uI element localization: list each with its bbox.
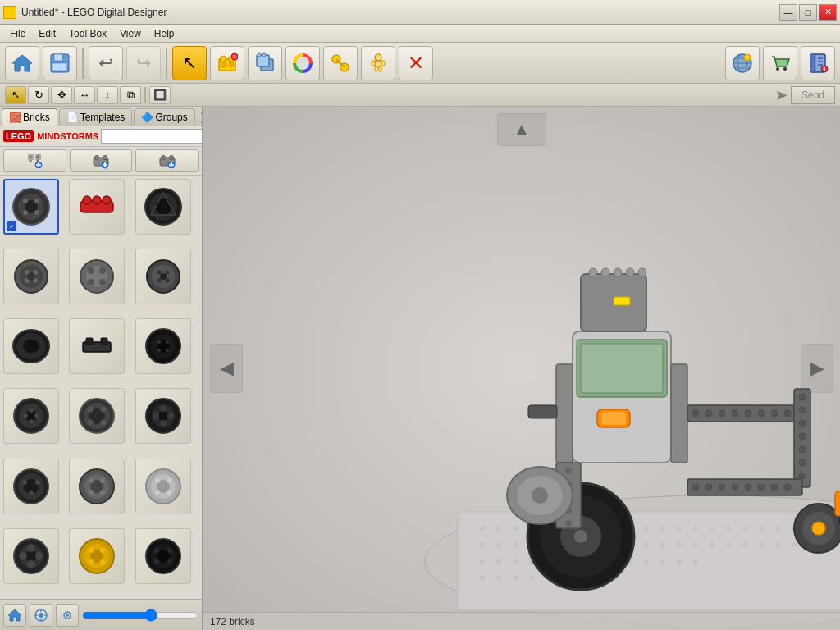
list-item[interactable] xyxy=(3,388,59,444)
svg-point-167 xyxy=(167,548,172,553)
svg-rect-259 xyxy=(671,364,687,463)
svg-point-237 xyxy=(644,559,649,564)
main-toolbar: ↩ ↪ ↖ + xyxy=(0,43,840,84)
svg-point-107 xyxy=(166,349,169,352)
svg-point-125 xyxy=(153,413,159,419)
sub-fliph-button[interactable]: ↔ xyxy=(74,86,95,104)
svg-rect-3 xyxy=(52,63,67,71)
list-item[interactable] xyxy=(3,318,59,374)
svg-point-140 xyxy=(89,490,94,495)
globe-button[interactable] xyxy=(725,46,760,80)
list-item[interactable] xyxy=(3,528,59,584)
tab-bricks[interactable]: 🧱 Bricks xyxy=(2,108,57,126)
category-btn-1[interactable] xyxy=(3,149,66,172)
color-button[interactable] xyxy=(285,46,320,80)
svg-point-127 xyxy=(160,405,167,412)
shopping-button[interactable] xyxy=(763,46,797,80)
svg-point-81 xyxy=(27,272,35,281)
collapse-panel-button[interactable]: ⟩⟩ xyxy=(197,109,203,126)
select-button[interactable]: ↖ xyxy=(172,46,207,80)
svg-point-272 xyxy=(705,484,712,491)
list-item[interactable] xyxy=(135,318,191,374)
list-item[interactable] xyxy=(69,528,125,584)
svg-point-195 xyxy=(726,526,731,531)
svg-point-270 xyxy=(784,410,791,417)
category-btn-3[interactable] xyxy=(135,149,199,172)
close-button[interactable]: ✕ xyxy=(819,4,837,21)
svg-point-206 xyxy=(480,542,485,547)
save-button[interactable] xyxy=(43,46,77,80)
groups-tab-icon: 🔷 xyxy=(141,112,153,123)
svg-point-133 xyxy=(35,480,40,485)
sub-clone-button[interactable]: ⧉ xyxy=(120,86,141,104)
left-panel: 🧱 Bricks 📄 Templates 🔷 Groups ⟩⟩ LEGO MI… xyxy=(0,107,203,630)
list-item[interactable]: ✓ xyxy=(3,179,59,235)
panel-view-button[interactable] xyxy=(30,604,52,627)
svg-point-219 xyxy=(693,542,698,547)
svg-point-197 xyxy=(759,526,764,531)
svg-point-207 xyxy=(496,542,501,547)
sub-flipv-button[interactable]: ↕ xyxy=(97,86,118,104)
toolbar-separator-1 xyxy=(82,48,84,79)
zoom-slider[interactable] xyxy=(82,609,199,621)
list-item[interactable] xyxy=(69,249,125,304)
svg-point-162 xyxy=(100,559,105,564)
hinge-button[interactable] xyxy=(323,46,358,80)
panel-settings-button[interactable] xyxy=(56,604,79,627)
list-item[interactable] xyxy=(3,249,59,304)
undo-button[interactable]: ↩ xyxy=(89,46,123,80)
list-item[interactable] xyxy=(69,318,125,374)
menu-file[interactable]: File xyxy=(3,26,32,41)
svg-point-32 xyxy=(783,67,787,71)
templates-tab-icon: 📄 xyxy=(66,112,78,123)
menu-view[interactable]: View xyxy=(113,26,148,41)
svg-point-177 xyxy=(66,614,69,617)
list-item[interactable] xyxy=(69,459,125,514)
maximize-button[interactable]: □ xyxy=(799,4,817,21)
send-button[interactable]: Send xyxy=(791,86,835,104)
svg-point-148 xyxy=(167,490,171,495)
send-icon: ➤ xyxy=(775,86,788,104)
svg-point-278 xyxy=(784,484,791,491)
redo-button[interactable]: ↪ xyxy=(126,46,161,80)
minifig-button[interactable] xyxy=(361,46,395,80)
brick-search-input[interactable] xyxy=(101,129,203,144)
svg-point-243 xyxy=(513,575,518,580)
list-item[interactable] xyxy=(69,179,125,235)
panel-home-button[interactable] xyxy=(3,604,26,627)
menu-toolbox[interactable]: Tool Box xyxy=(62,26,113,41)
status-bar: 172 bricks xyxy=(203,612,840,630)
sub-select-button[interactable]: ↖ xyxy=(5,86,26,104)
svg-point-268 xyxy=(758,410,765,417)
sub-rotate-button[interactable]: ↻ xyxy=(28,86,49,104)
svg-point-267 xyxy=(745,410,751,417)
svg-point-112 xyxy=(34,413,39,418)
svg-point-182 xyxy=(513,526,518,531)
minimize-button[interactable]: — xyxy=(779,4,797,21)
list-item[interactable] xyxy=(135,388,191,444)
list-item[interactable] xyxy=(3,459,59,514)
svg-point-264 xyxy=(705,410,712,417)
list-item[interactable] xyxy=(135,528,191,584)
delete-button[interactable]: ✕ xyxy=(399,46,433,80)
svg-rect-258 xyxy=(556,364,573,463)
tab-groups[interactable]: 🔷 Groups xyxy=(134,108,194,126)
sub-move-button[interactable]: ✥ xyxy=(51,86,72,104)
menu-edit[interactable]: Edit xyxy=(32,26,62,41)
sub-snap-button[interactable]: 🔲 xyxy=(149,86,171,104)
svg-point-65 xyxy=(34,199,39,203)
home-button[interactable] xyxy=(5,46,39,80)
svg-point-50 xyxy=(95,156,99,160)
tab-templates[interactable]: 📄 Templates xyxy=(59,108,133,126)
category-btn-2[interactable] xyxy=(70,149,133,172)
svg-point-111 xyxy=(23,413,28,418)
menu-help[interactable]: Help xyxy=(148,26,181,41)
list-item[interactable] xyxy=(135,249,191,304)
clone-button[interactable] xyxy=(248,46,282,80)
manual-button[interactable]: 1 xyxy=(801,46,835,80)
window-title: Untitled* - LEGO Digital Designer xyxy=(21,7,167,18)
list-item[interactable] xyxy=(69,388,125,444)
add-brick-button[interactable]: + xyxy=(210,46,244,80)
list-item[interactable] xyxy=(135,179,191,235)
list-item[interactable] xyxy=(135,459,191,514)
